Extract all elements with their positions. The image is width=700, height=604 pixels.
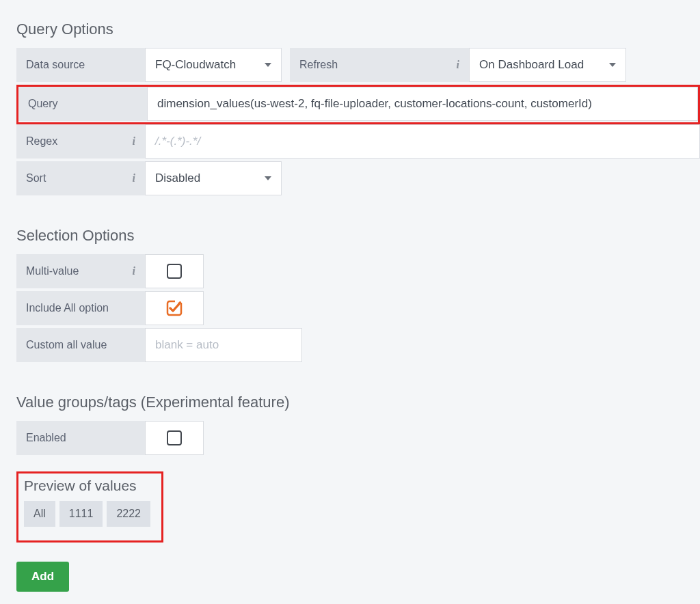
regex-input[interactable]: /.*-(.*)-.*/ [145, 124, 700, 159]
value-groups-enabled-checkbox[interactable] [145, 421, 204, 455]
data-source-select[interactable]: FQ-Cloudwatch [145, 48, 282, 82]
checkbox-checked-icon [166, 300, 183, 316]
label-include-all: Include All option [16, 291, 145, 325]
preview-value-pill[interactable]: All [24, 501, 55, 527]
label-regex: Regex i [16, 124, 145, 159]
checkbox-unchecked-icon [167, 430, 182, 445]
label-enabled: Enabled [16, 421, 145, 455]
section-preview: Preview of values [24, 478, 156, 494]
label-query: Query [18, 87, 147, 121]
checkbox-unchecked-icon [167, 264, 182, 279]
query-highlight-box: Query dimension_values(us-west-2, fq-fil… [16, 85, 700, 124]
section-selection-options: Selection Options [16, 227, 700, 245]
caret-down-icon [256, 175, 271, 182]
caret-down-icon [601, 61, 616, 68]
preview-value-pill[interactable]: 1111 [59, 501, 103, 527]
label-data-source: Data source [16, 48, 145, 82]
refresh-select[interactable]: On Dashboard Load [469, 48, 626, 82]
label-custom-all: Custom all value [16, 328, 145, 362]
info-icon: i [127, 265, 135, 277]
info-icon: i [451, 59, 459, 71]
label-refresh: Refresh i [290, 48, 469, 82]
preview-value-pill[interactable]: 2222 [107, 501, 150, 527]
section-value-groups: Value groups/tags (Experimental feature) [16, 394, 700, 411]
include-all-checkbox[interactable] [145, 291, 204, 325]
info-icon: i [127, 135, 135, 148]
label-sort: Sort i [16, 161, 145, 195]
add-button[interactable]: Add [16, 562, 69, 592]
info-icon: i [127, 172, 135, 184]
custom-all-input[interactable]: blank = auto [145, 328, 302, 362]
preview-highlight-box: Preview of values All 1111 2222 [16, 471, 163, 543]
query-input[interactable]: dimension_values(us-west-2, fq-file-uplo… [147, 87, 698, 121]
multi-value-checkbox[interactable] [145, 254, 204, 288]
sort-select[interactable]: Disabled [145, 161, 282, 195]
label-multi-value: Multi-value i [16, 254, 145, 288]
section-query-options: Query Options [16, 20, 700, 38]
caret-down-icon [256, 61, 271, 68]
